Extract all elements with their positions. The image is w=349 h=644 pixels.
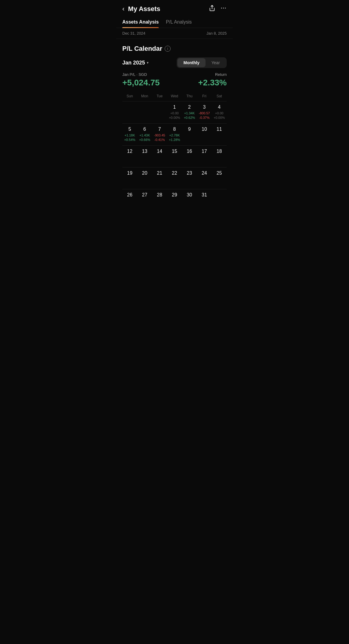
calendar-cell[interactable]: 30: [182, 189, 197, 211]
cell-date: 1: [173, 104, 176, 110]
share-icon[interactable]: [209, 5, 215, 13]
calendar-cell[interactable]: 31: [197, 189, 212, 211]
calendar-cell[interactable]: 6+1.43K+0.66%: [137, 124, 152, 145]
calendar-cell[interactable]: 15: [167, 146, 182, 167]
calendar-cell[interactable]: 1+0.00+0.00%: [167, 102, 182, 123]
day-header-sun: Sun: [122, 92, 137, 100]
calendar-cell[interactable]: 13: [137, 146, 152, 167]
info-icon[interactable]: i: [165, 46, 171, 52]
calendar-cell[interactable]: 10: [197, 124, 212, 145]
calendar-cell[interactable]: 29: [167, 189, 182, 211]
header-right: [209, 5, 227, 13]
page-title: My Assets: [128, 5, 160, 13]
cell-date: 24: [202, 170, 207, 176]
calendar-cell[interactable]: 23: [182, 167, 197, 189]
calendar-cell: [212, 189, 227, 211]
day-header-tue: Tue: [152, 92, 167, 100]
cell-date: 10: [202, 127, 207, 132]
cell-date: 8: [173, 127, 176, 132]
return-value: +2.33%: [198, 78, 227, 87]
cell-date: 17: [202, 149, 207, 154]
calendar-cell[interactable]: 18: [212, 146, 227, 167]
cell-date: 12: [127, 149, 132, 154]
calendar-cell[interactable]: 12: [122, 146, 137, 167]
month-label: Jan 2025: [122, 60, 145, 66]
calendar-cell[interactable]: 3-800.57-0.37%: [197, 102, 212, 123]
cell-date: 5: [129, 127, 131, 132]
cell-pl-values: +0.00+0.00%: [214, 111, 225, 120]
cell-date: 11: [217, 127, 222, 132]
cell-date: 3: [203, 104, 206, 110]
calendar-body: 1+0.00+0.00%2+1.34K+0.62%3-800.57-0.37%4…: [122, 101, 227, 211]
calendar-cell[interactable]: 14: [152, 146, 167, 167]
calendar-grid: SunMonTueWedThuFriSat 1+0.00+0.00%2+1.34…: [122, 92, 227, 211]
calendar-cell[interactable]: 27: [137, 189, 152, 211]
tab-assets-analysis[interactable]: Assets Analysis: [122, 16, 159, 28]
header: ‹ My Assets: [116, 0, 233, 16]
pl-summary: Jan P/L · SGD +5,024.75 Return +2.33%: [122, 72, 227, 87]
toggle-monthly-button[interactable]: Monthly: [177, 58, 206, 67]
cell-date: 26: [127, 192, 132, 198]
calendar-cell[interactable]: 22: [167, 167, 182, 189]
cell-date: 23: [187, 170, 192, 176]
calendar-week-2: 5+1.18K+0.54%6+1.43K+0.66%7-903.45-0.41%…: [122, 123, 227, 145]
cell-pl-values: +0.00+0.00%: [169, 111, 180, 120]
day-header-sat: Sat: [212, 92, 227, 100]
more-icon[interactable]: [220, 5, 227, 13]
calendar-cell: [137, 102, 152, 123]
svg-point-3: [225, 8, 226, 9]
calendar-cell[interactable]: 7-903.45-0.41%: [152, 124, 167, 145]
cell-date: 6: [143, 127, 146, 132]
cell-date: 20: [142, 170, 147, 176]
day-header-wed: Wed: [167, 92, 182, 100]
month-selector[interactable]: Jan 2025 ▾: [122, 60, 149, 66]
day-header-thu: Thu: [182, 92, 197, 100]
calendar-week-3: 12131415161718: [122, 145, 227, 167]
pl-left: Jan P/L · SGD +5,024.75: [122, 72, 160, 87]
cell-date: 13: [142, 149, 147, 154]
calendar-section: P/L Calendar i Jan 2025 ▾ Monthly Year J…: [116, 39, 233, 211]
cell-date: 21: [157, 170, 162, 176]
calendar-cell[interactable]: 21: [152, 167, 167, 189]
calendar-cell[interactable]: 17: [197, 146, 212, 167]
calendar-cell[interactable]: 24: [197, 167, 212, 189]
cell-date: 16: [187, 149, 192, 154]
svg-point-1: [221, 8, 222, 9]
calendar-week-5: 262728293031: [122, 189, 227, 211]
toggle-year-button[interactable]: Year: [206, 58, 226, 67]
cell-date: 14: [157, 149, 162, 154]
header-left: ‹ My Assets: [122, 5, 160, 13]
calendar-day-headers: SunMonTueWedThuFriSat: [122, 92, 227, 100]
calendar-cell[interactable]: 19: [122, 167, 137, 189]
calendar-cell[interactable]: 25: [212, 167, 227, 189]
calendar-cell[interactable]: 20: [137, 167, 152, 189]
calendar-cell[interactable]: 8+2.78K+1.28%: [167, 124, 182, 145]
cell-date: 18: [217, 149, 222, 154]
calendar-cell[interactable]: 5+1.18K+0.54%: [122, 124, 137, 145]
return-label: Return: [198, 72, 227, 77]
cell-date: 31: [202, 192, 207, 198]
pl-right: Return +2.33%: [198, 72, 227, 87]
month-toggle-row: Jan 2025 ▾ Monthly Year: [122, 57, 227, 68]
svg-point-2: [223, 8, 224, 9]
calendar-cell[interactable]: 28: [152, 189, 167, 211]
calendar-cell[interactable]: 2+1.34K+0.62%: [182, 102, 197, 123]
calendar-cell[interactable]: 11: [212, 124, 227, 145]
cell-pl-values: -800.57-0.37%: [199, 111, 210, 120]
pl-value: +5,024.75: [122, 78, 160, 87]
day-header-mon: Mon: [137, 92, 152, 100]
cell-pl-values: -903.45-0.41%: [154, 133, 165, 142]
calendar-week-1: 1+0.00+0.00%2+1.34K+0.62%3-800.57-0.37%4…: [122, 101, 227, 123]
cell-date: 28: [157, 192, 162, 198]
calendar-cell[interactable]: 4+0.00+0.00%: [212, 102, 227, 123]
view-toggle-group: Monthly Year: [177, 57, 227, 68]
calendar-week-4: 19202122232425: [122, 167, 227, 189]
cell-date: 30: [187, 192, 192, 198]
calendar-cell[interactable]: 9: [182, 124, 197, 145]
calendar-cell[interactable]: 16: [182, 146, 197, 167]
cell-date: 9: [188, 127, 191, 132]
tab-pl-analysis[interactable]: P/L Analysis: [166, 16, 192, 28]
calendar-cell[interactable]: 26: [122, 189, 137, 211]
day-header-fri: Fri: [197, 92, 212, 100]
back-button[interactable]: ‹: [122, 6, 124, 12]
